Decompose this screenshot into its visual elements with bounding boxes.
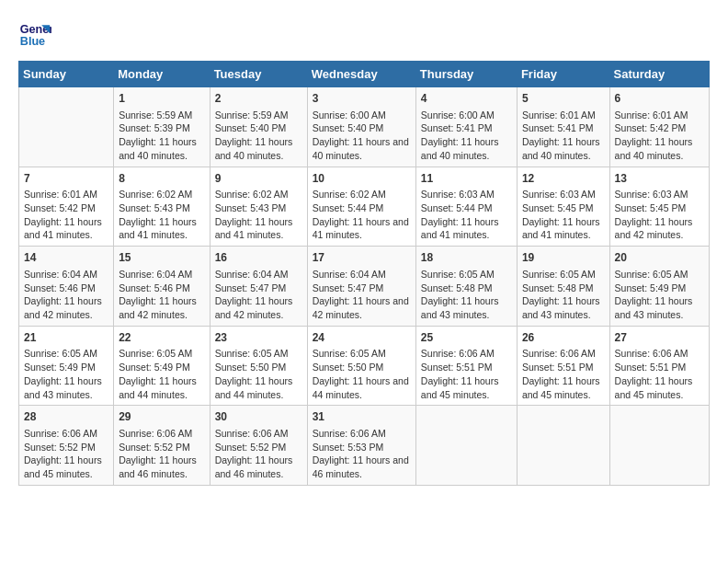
daylight-hours: Daylight: 11 hours and 41 minutes. — [421, 216, 499, 241]
daylight-hours: Daylight: 11 hours and 40 minutes. — [215, 136, 293, 161]
day-number: 10 — [313, 171, 411, 187]
daylight-hours: Daylight: 11 hours and 44 minutes. — [313, 375, 409, 400]
daylight-hours: Daylight: 11 hours and 41 minutes. — [522, 216, 600, 241]
calendar-cell: 9Sunrise: 6:02 AMSunset: 5:43 PMDaylight… — [210, 167, 307, 247]
calendar-cell — [609, 406, 709, 486]
calendar-cell: 26Sunrise: 6:06 AMSunset: 5:51 PMDayligh… — [517, 326, 609, 406]
cell-info: Sunrise: 5:59 AMSunset: 5:40 PMDaylight:… — [215, 109, 302, 163]
day-number: 14 — [24, 250, 108, 266]
sunset-time: Sunset: 5:52 PM — [24, 442, 96, 453]
daylight-hours: Daylight: 11 hours and 43 minutes. — [615, 295, 693, 320]
day-number: 5 — [522, 91, 605, 107]
cell-info: Sunrise: 6:02 AMSunset: 5:43 PMDaylight:… — [215, 188, 302, 242]
cell-info: Sunrise: 6:05 AMSunset: 5:48 PMDaylight:… — [522, 268, 605, 322]
sunrise-time: Sunrise: 6:05 AM — [215, 348, 289, 359]
calendar-cell: 6Sunrise: 6:01 AMSunset: 5:42 PMDaylight… — [609, 87, 709, 167]
calendar-week-row: 28Sunrise: 6:06 AMSunset: 5:52 PMDayligh… — [19, 406, 710, 486]
calendar-cell: 25Sunrise: 6:06 AMSunset: 5:51 PMDayligh… — [415, 326, 517, 406]
sunset-time: Sunset: 5:52 PM — [215, 442, 287, 453]
logo-icon: General Blue — [18, 18, 51, 52]
daylight-hours: Daylight: 11 hours and 43 minutes. — [522, 295, 600, 320]
cell-info: Sunrise: 6:06 AMSunset: 5:51 PMDaylight:… — [522, 347, 605, 401]
sunset-time: Sunset: 5:51 PM — [522, 362, 594, 373]
day-number: 2 — [215, 91, 302, 107]
daylight-hours: Daylight: 11 hours and 46 minutes. — [313, 454, 409, 479]
day-number: 26 — [522, 330, 605, 346]
day-number: 16 — [215, 250, 302, 266]
sunrise-time: Sunrise: 5:59 AM — [215, 109, 289, 121]
sunrise-time: Sunrise: 6:02 AM — [215, 189, 289, 200]
sunrise-time: Sunrise: 6:05 AM — [615, 269, 688, 280]
cell-info: Sunrise: 6:05 AMSunset: 5:48 PMDaylight:… — [421, 268, 512, 322]
logo: General Blue — [18, 18, 51, 52]
cell-info: Sunrise: 6:03 AMSunset: 5:45 PMDaylight:… — [615, 188, 704, 242]
sunrise-time: Sunrise: 6:00 AM — [421, 109, 495, 121]
calendar-cell — [517, 406, 609, 486]
calendar-cell: 13Sunrise: 6:03 AMSunset: 5:45 PMDayligh… — [609, 167, 709, 247]
sunset-time: Sunset: 5:51 PM — [615, 362, 687, 373]
sunset-time: Sunset: 5:52 PM — [119, 442, 190, 453]
calendar-cell: 12Sunrise: 6:03 AMSunset: 5:45 PMDayligh… — [517, 167, 609, 247]
day-number: 19 — [522, 250, 605, 266]
sunset-time: Sunset: 5:49 PM — [24, 362, 96, 373]
calendar-week-row: 7Sunrise: 6:01 AMSunset: 5:42 PMDaylight… — [19, 167, 710, 247]
sunset-time: Sunset: 5:42 PM — [615, 122, 687, 133]
daylight-hours: Daylight: 11 hours and 42 minutes. — [215, 295, 293, 320]
day-number: 18 — [421, 250, 512, 266]
cell-info: Sunrise: 6:06 AMSunset: 5:52 PMDaylight:… — [24, 427, 108, 481]
day-number: 7 — [24, 171, 108, 187]
sunset-time: Sunset: 5:44 PM — [421, 202, 493, 213]
calendar-cell — [415, 406, 517, 486]
sunset-time: Sunset: 5:45 PM — [615, 202, 687, 213]
cell-info: Sunrise: 6:05 AMSunset: 5:49 PMDaylight:… — [119, 347, 204, 401]
sunrise-time: Sunrise: 6:03 AM — [522, 189, 596, 200]
cell-info: Sunrise: 6:06 AMSunset: 5:51 PMDaylight:… — [615, 347, 704, 401]
column-header-saturday: Saturday — [609, 62, 709, 87]
sunrise-time: Sunrise: 6:03 AM — [421, 189, 495, 200]
calendar-header-row: SundayMondayTuesdayWednesdayThursdayFrid… — [19, 62, 710, 87]
calendar-cell: 18Sunrise: 6:05 AMSunset: 5:48 PMDayligh… — [415, 247, 517, 327]
cell-info: Sunrise: 6:03 AMSunset: 5:44 PMDaylight:… — [421, 188, 512, 242]
sunrise-time: Sunrise: 6:04 AM — [119, 269, 192, 280]
cell-info: Sunrise: 6:01 AMSunset: 5:42 PMDaylight:… — [24, 188, 108, 242]
cell-info: Sunrise: 6:06 AMSunset: 5:52 PMDaylight:… — [215, 427, 302, 481]
sunset-time: Sunset: 5:47 PM — [215, 282, 287, 293]
daylight-hours: Daylight: 11 hours and 40 minutes. — [421, 136, 499, 161]
calendar-cell: 8Sunrise: 6:02 AMSunset: 5:43 PMDaylight… — [114, 167, 210, 247]
daylight-hours: Daylight: 11 hours and 42 minutes. — [313, 295, 409, 320]
column-header-thursday: Thursday — [415, 62, 517, 87]
day-number: 29 — [119, 409, 204, 425]
daylight-hours: Daylight: 11 hours and 44 minutes. — [215, 375, 293, 400]
sunrise-time: Sunrise: 6:06 AM — [313, 428, 386, 439]
day-number: 17 — [313, 250, 411, 266]
daylight-hours: Daylight: 11 hours and 40 minutes. — [119, 136, 197, 161]
sunset-time: Sunset: 5:40 PM — [313, 122, 384, 133]
sunset-time: Sunset: 5:51 PM — [421, 362, 493, 373]
sunset-time: Sunset: 5:42 PM — [24, 202, 96, 213]
calendar-cell: 7Sunrise: 6:01 AMSunset: 5:42 PMDaylight… — [19, 167, 114, 247]
day-number: 24 — [313, 330, 411, 346]
sunset-time: Sunset: 5:43 PM — [119, 202, 190, 213]
cell-info: Sunrise: 6:06 AMSunset: 5:51 PMDaylight:… — [421, 347, 512, 401]
sunrise-time: Sunrise: 6:04 AM — [313, 269, 386, 280]
day-number: 15 — [119, 250, 204, 266]
calendar-cell: 23Sunrise: 6:05 AMSunset: 5:50 PMDayligh… — [210, 326, 307, 406]
daylight-hours: Daylight: 11 hours and 40 minutes. — [522, 136, 600, 161]
sunset-time: Sunset: 5:50 PM — [313, 362, 384, 373]
cell-info: Sunrise: 6:04 AMSunset: 5:47 PMDaylight:… — [313, 268, 411, 322]
calendar-cell: 20Sunrise: 6:05 AMSunset: 5:49 PMDayligh… — [609, 247, 709, 327]
daylight-hours: Daylight: 11 hours and 42 minutes. — [119, 295, 197, 320]
column-header-monday: Monday — [114, 62, 210, 87]
daylight-hours: Daylight: 11 hours and 45 minutes. — [615, 375, 693, 400]
day-number: 8 — [119, 171, 204, 187]
page-header: General Blue — [18, 18, 710, 52]
daylight-hours: Daylight: 11 hours and 43 minutes. — [24, 375, 102, 400]
daylight-hours: Daylight: 11 hours and 46 minutes. — [215, 454, 293, 479]
column-header-friday: Friday — [517, 62, 609, 87]
calendar-cell: 3Sunrise: 6:00 AMSunset: 5:40 PMDaylight… — [307, 87, 415, 167]
calendar-week-row: 1Sunrise: 5:59 AMSunset: 5:39 PMDaylight… — [19, 87, 710, 167]
daylight-hours: Daylight: 11 hours and 42 minutes. — [24, 295, 102, 320]
cell-info: Sunrise: 6:00 AMSunset: 5:40 PMDaylight:… — [313, 109, 411, 163]
sunset-time: Sunset: 5:41 PM — [522, 122, 594, 133]
svg-text:Blue: Blue — [20, 35, 45, 48]
